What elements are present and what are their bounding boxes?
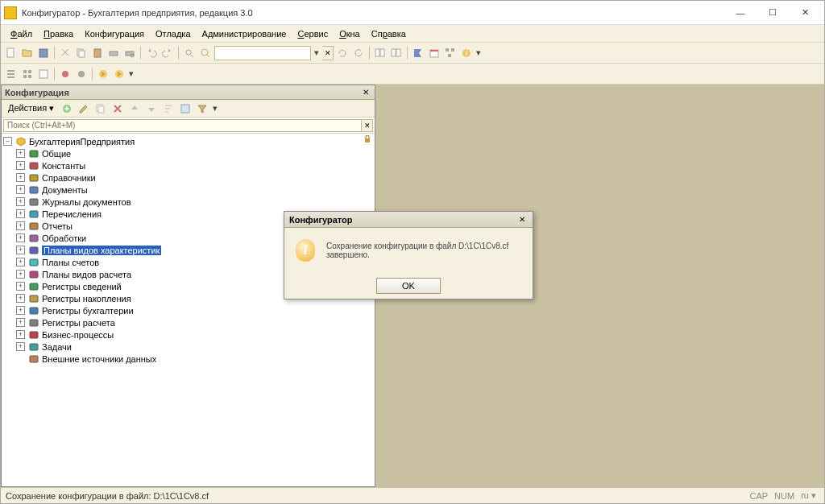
refresh-icon[interactable] <box>335 46 350 60</box>
svg-rect-13 <box>396 49 400 56</box>
expand-icon[interactable]: + <box>16 246 25 254</box>
menu-windows[interactable]: Окна <box>334 27 365 40</box>
redo-icon[interactable] <box>160 46 175 60</box>
search-clear-icon[interactable]: ✕ <box>322 46 334 60</box>
collapse-icon[interactable]: − <box>3 137 12 146</box>
expand-icon[interactable]: + <box>16 318 25 327</box>
open-folder-icon[interactable] <box>20 46 35 60</box>
dialog-buttons: OK <box>284 273 533 299</box>
zoom-icon[interactable] <box>198 46 213 60</box>
tree-item[interactable]: +Справочники <box>2 171 375 184</box>
expand-icon[interactable]: + <box>16 173 25 182</box>
tree-item[interactable]: +Задачи <box>2 341 375 353</box>
close-button[interactable]: ✕ <box>789 4 821 22</box>
menu-debug[interactable]: Отладка <box>151 27 195 40</box>
toolbar-separator <box>140 47 141 60</box>
search-dropdown-icon[interactable]: ▾ <box>313 46 321 60</box>
syntax-check-icon[interactable] <box>411 46 425 60</box>
info-dropdown-icon[interactable]: ▾ <box>475 46 482 60</box>
save-icon[interactable] <box>36 46 51 60</box>
edit-icon[interactable] <box>77 101 91 116</box>
tree-item[interactable]: +Регистры расчета <box>2 316 375 328</box>
undo-icon[interactable] <box>144 46 159 60</box>
dialog-header[interactable]: Конфигуратор ✕ <box>284 212 533 228</box>
menu-admin[interactable]: Администрирование <box>197 27 292 40</box>
tree-item[interactable]: +Константы <box>2 159 375 171</box>
filter-dropdown-icon[interactable]: ▾ <box>212 101 218 116</box>
menu-config[interactable]: Конфигурация <box>80 27 149 40</box>
actions-dropdown[interactable]: Действия ▾ <box>5 102 57 114</box>
compare-icon[interactable] <box>373 46 388 60</box>
expand-icon[interactable]: + <box>16 185 25 194</box>
cut-icon[interactable] <box>58 46 73 60</box>
tree-item[interactable]: +Документы <box>2 184 375 196</box>
detail-icon[interactable] <box>36 67 51 81</box>
tree-item[interactable]: +Регистры бухгалтерии <box>2 304 375 316</box>
menu-service[interactable]: Сервис <box>292 27 333 40</box>
dialog-close-icon[interactable]: ✕ <box>516 214 528 225</box>
expand-icon[interactable]: + <box>16 342 25 351</box>
debug-dropdown-icon[interactable]: ▾ <box>128 67 135 81</box>
expand-icon[interactable]: + <box>16 306 25 315</box>
expand-icon[interactable]: + <box>16 149 25 158</box>
expand-icon[interactable]: + <box>16 161 25 170</box>
expand-icon[interactable]: + <box>16 282 25 291</box>
lock-icon <box>363 135 371 145</box>
svg-rect-12 <box>392 49 396 56</box>
search-clear-icon[interactable]: ✕ <box>362 119 373 132</box>
expand-icon[interactable]: + <box>16 258 25 266</box>
copy-item-icon[interactable] <box>93 101 108 116</box>
status-lang[interactable]: ru ▾ <box>798 490 819 501</box>
grid-icon[interactable] <box>20 67 35 81</box>
tree-item[interactable]: Внешние источники данных <box>2 353 375 365</box>
expand-icon[interactable]: + <box>16 221 25 230</box>
sort-icon[interactable] <box>161 101 176 116</box>
info-icon[interactable]: i <box>459 46 474 60</box>
breakpoint-icon[interactable] <box>58 67 73 81</box>
expand-icon[interactable]: + <box>16 294 25 303</box>
tree-item[interactable]: +Журналы документов <box>2 196 375 208</box>
menu-file[interactable]: Файл <box>6 27 37 40</box>
find-icon[interactable] <box>182 46 197 60</box>
copy-icon[interactable] <box>74 46 89 60</box>
menu-help[interactable]: Справка <box>367 27 411 40</box>
expand-icon[interactable]: + <box>16 330 25 339</box>
list-icon[interactable] <box>4 67 19 81</box>
calendar-icon[interactable] <box>427 46 442 60</box>
new-file-icon[interactable] <box>4 46 19 60</box>
filter-icon[interactable] <box>195 101 209 116</box>
svg-rect-47 <box>30 259 38 266</box>
config-tree[interactable]: −БухгалтерияПредприятия+Общие+Константы+… <box>2 134 375 486</box>
expand-icon[interactable]: + <box>16 270 25 279</box>
panel-close-icon[interactable]: ✕ <box>360 87 371 98</box>
move-up-icon[interactable] <box>127 101 142 116</box>
tree-search-input[interactable] <box>3 119 362 132</box>
svg-rect-22 <box>7 73 15 75</box>
expand-icon[interactable]: + <box>16 233 25 242</box>
menu-edit[interactable]: Правка <box>39 27 78 40</box>
compare2-icon[interactable] <box>389 46 404 60</box>
expand-icon[interactable]: + <box>16 197 25 206</box>
move-down-icon[interactable] <box>144 101 159 116</box>
delete-icon[interactable] <box>110 101 125 116</box>
print-icon[interactable] <box>106 46 121 60</box>
debug-icon[interactable] <box>112 67 126 81</box>
properties-icon[interactable] <box>178 101 193 116</box>
add-icon[interactable] <box>60 101 74 116</box>
paste-icon[interactable] <box>90 46 105 60</box>
svg-rect-4 <box>94 49 101 57</box>
expand-icon[interactable]: + <box>16 209 25 218</box>
tree-item[interactable]: +Общие <box>2 147 375 159</box>
acct-registers-icon <box>28 305 39 316</box>
step-icon[interactable] <box>74 67 89 81</box>
tree-root[interactable]: −БухгалтерияПредприятия <box>2 135 375 147</box>
refresh2-icon[interactable] <box>351 46 366 60</box>
run-icon[interactable] <box>96 67 110 81</box>
print-preview-icon[interactable] <box>122 46 137 60</box>
search-input[interactable] <box>214 46 311 60</box>
minimize-button[interactable]: — <box>724 4 757 22</box>
tree-item[interactable]: +Бизнес-процессы <box>2 328 375 341</box>
tree-view-icon[interactable] <box>443 46 458 60</box>
maximize-button[interactable]: ☐ <box>757 4 789 22</box>
ok-button[interactable]: OK <box>376 278 441 294</box>
